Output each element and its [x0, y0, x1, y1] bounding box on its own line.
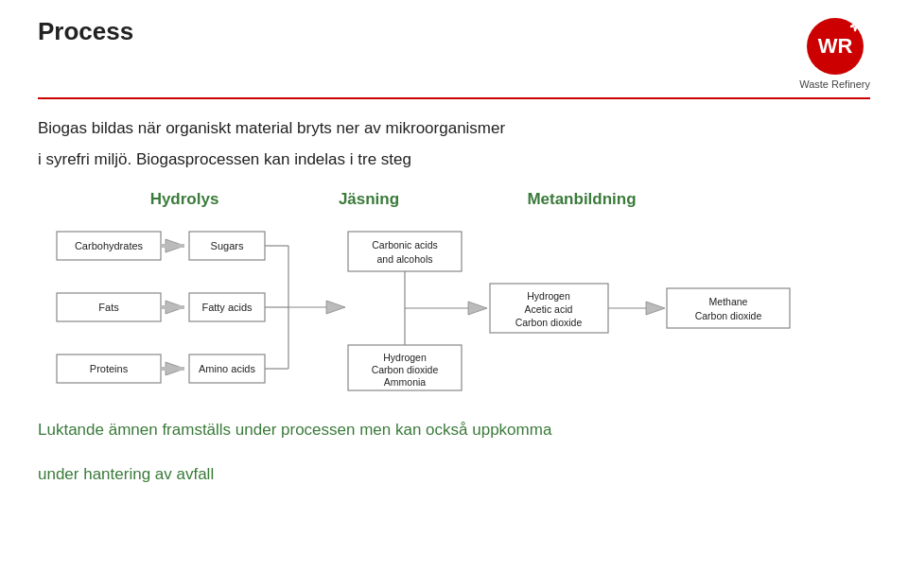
logo-label: Waste Refinery — [799, 78, 870, 90]
svg-text:Amino acids: Amino acids — [199, 363, 255, 374]
svg-text:Methane: Methane — [709, 296, 748, 307]
svg-text:Proteins: Proteins — [90, 363, 129, 374]
page: Process WR Waste Refinery Biogas bildas … — [0, 0, 908, 588]
diagram-area: Carbohydrates Sugars Fats Fatty acids Pr… — [52, 222, 856, 397]
svg-text:WR: WR — [817, 34, 852, 58]
svg-rect-27 — [348, 232, 462, 271]
svg-rect-6 — [161, 244, 184, 248]
svg-rect-18 — [161, 367, 184, 371]
svg-text:Hydrogen: Hydrogen — [383, 352, 427, 363]
step-jasning: Jäsning — [274, 190, 463, 209]
diagram-svg: Carbohydrates Sugars Fats Fatty acids Pr… — [52, 222, 856, 397]
svg-text:Hydrogen: Hydrogen — [527, 290, 570, 302]
svg-marker-36 — [468, 302, 487, 315]
svg-text:Carbohydrates: Carbohydrates — [75, 240, 144, 251]
steps-row: Hydrolys Jäsning Metanbildning — [38, 190, 870, 209]
svg-marker-26 — [326, 301, 345, 314]
footer-line1: Luktande ämnen framställs under processe… — [38, 418, 870, 442]
svg-marker-42 — [646, 302, 665, 315]
svg-text:Carbon dioxide: Carbon dioxide — [515, 317, 583, 328]
step-hydrolys: Hydrolys — [95, 190, 274, 209]
header: Process WR Waste Refinery — [38, 17, 870, 99]
step-metanbildning: Metanbildning — [463, 190, 700, 209]
svg-rect-12 — [161, 305, 184, 309]
svg-text:and alcohols: and alcohols — [377, 253, 433, 265]
svg-text:Sugars: Sugars — [211, 240, 244, 251]
logo-container: WR Waste Refinery — [799, 17, 870, 90]
svg-text:Acetic acid: Acetic acid — [525, 303, 573, 315]
svg-text:Fats: Fats — [98, 302, 119, 313]
svg-text:Carbon dioxide: Carbon dioxide — [695, 310, 762, 321]
svg-text:Carbonic acids: Carbonic acids — [372, 239, 437, 251]
svg-text:Fatty acids: Fatty acids — [201, 302, 253, 313]
footer-line2: under hantering av avfall — [38, 462, 870, 487]
logo-icon: WR — [806, 17, 864, 76]
svg-text:Ammonia: Ammonia — [384, 376, 427, 388]
svg-rect-43 — [667, 288, 790, 328]
intro-line2: i syrefri miljö. Biogasprocessen kan ind… — [38, 150, 870, 169]
page-title: Process — [38, 17, 133, 46]
svg-text:Carbon dioxide: Carbon dioxide — [372, 364, 439, 375]
intro-line1: Biogas bildas när organiskt material bry… — [38, 116, 870, 141]
